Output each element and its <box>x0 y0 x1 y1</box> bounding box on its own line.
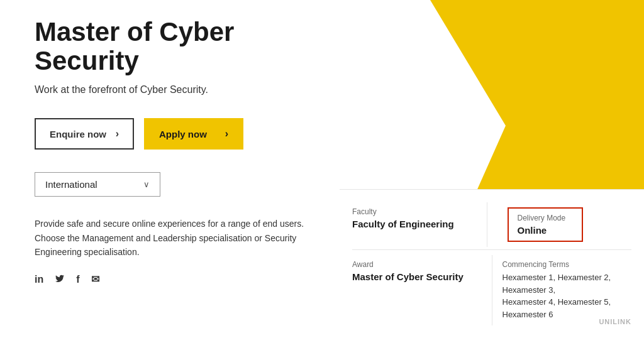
enquire-button[interactable]: Enquire now › <box>35 118 134 150</box>
subtitle: Work at the forefront of Cyber Security. <box>35 84 314 95</box>
dropdown-wrapper: International ∨ <box>35 172 314 197</box>
email-icon[interactable]: ✉ <box>91 273 99 285</box>
award-cell: Award Master of Cyber Security <box>352 255 482 325</box>
vertical-divider-2 <box>492 255 492 325</box>
enquire-arrow-icon: › <box>116 128 119 139</box>
dropdown-selected-value: International <box>45 179 97 190</box>
faculty-value: Faculty of Engineering <box>352 219 467 229</box>
linkedin-icon[interactable]: in <box>35 274 43 285</box>
delivery-highlight-box: Delivery Mode Online <box>508 207 583 242</box>
international-dropdown[interactable]: International ∨ <box>35 172 160 197</box>
apply-button[interactable]: Apply now › <box>144 118 243 150</box>
faculty-label: Faculty <box>352 207 467 216</box>
social-icons-row: in f ✉ <box>35 273 314 286</box>
commencing-cell: Commencing Terms Hexamester 1, Hexameste… <box>502 255 632 325</box>
award-value: Master of Cyber Security <box>352 271 472 282</box>
apply-arrow-icon: › <box>225 128 228 139</box>
main-container: Master of Cyber Security Work at the for… <box>0 0 644 338</box>
right-panel: Faculty Faculty of Engineering Delivery … <box>340 0 644 338</box>
chevron-down-icon: ∨ <box>143 180 150 189</box>
button-row: Enquire now › Apply now › <box>35 118 314 150</box>
facebook-icon[interactable]: f <box>76 274 79 285</box>
commencing-value: Hexamester 1, Hexamester 2, Hexamester 3… <box>502 271 622 320</box>
award-label: Award <box>352 260 472 269</box>
delivery-cell: Delivery Mode Online <box>497 202 632 247</box>
info-cards: Faculty Faculty of Engineering Delivery … <box>340 189 644 338</box>
description-text: Provide safe and secure online experienc… <box>35 217 305 259</box>
faculty-cell: Faculty Faculty of Engineering <box>352 202 477 247</box>
delivery-label: Delivery Mode <box>518 214 573 222</box>
info-row-bottom: Award Master of Cyber Security Commencin… <box>352 249 631 325</box>
page-title: Master of Cyber Security <box>35 18 314 75</box>
info-row-top: Faculty Faculty of Engineering Delivery … <box>352 202 631 247</box>
unilink-watermark: UNILINK <box>599 318 631 325</box>
left-panel: Master of Cyber Security Work at the for… <box>0 0 340 338</box>
apply-label: Apply now <box>159 129 207 139</box>
twitter-icon[interactable] <box>55 273 65 286</box>
enquire-label: Enquire now <box>50 129 106 139</box>
commencing-label: Commencing Terms <box>502 260 622 269</box>
vertical-divider <box>487 202 487 247</box>
delivery-value: Online <box>518 225 573 236</box>
